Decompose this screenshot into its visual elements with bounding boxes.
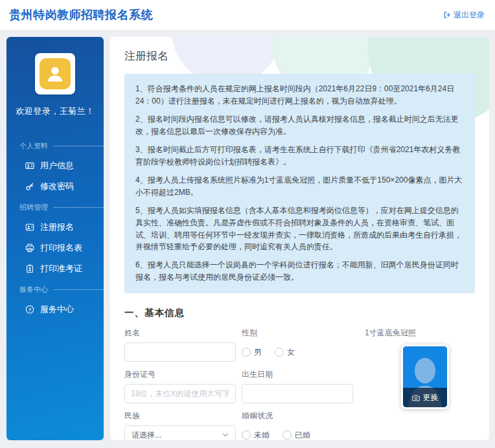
id-photo: 更换 [401, 344, 449, 409]
sidebar-nav: 个人资料 用户信息 修改密码 招聘管理 注册报名 [6, 135, 104, 320]
printer-icon [25, 243, 34, 252]
id-number-input[interactable] [124, 384, 236, 403]
notice-paragraph: 4、报考人员上传报名系统照片标准为1寸蓝底免冠照，图片质量不低于150×200像… [135, 174, 464, 199]
nav-section-recruit: 招聘管理 [6, 197, 104, 217]
svg-text:?: ? [29, 307, 32, 313]
welcome-text: 欢迎登录，王菊兰！ [6, 106, 104, 117]
sidebar-item-label: 修改密码 [40, 181, 74, 192]
sidebar-item-label: 用户信息 [40, 160, 74, 172]
ethnicity-field-group: 民族 请选择... [124, 410, 236, 440]
sidebar-item-label: 服务中心 [40, 304, 74, 315]
gender-female-label: 女 [287, 347, 295, 358]
ethnicity-select[interactable]: 请选择... [124, 425, 236, 440]
radio-circle-icon [242, 431, 251, 440]
nav-section-service: 服务中心 [6, 279, 104, 299]
id-number-field-group: 身份证号 [124, 369, 236, 403]
ethnicity-selected-value: 请选择... [132, 430, 161, 440]
gender-male-label: 男 [254, 347, 262, 358]
marital-married-label: 已婚 [295, 430, 310, 440]
birth-date-input[interactable] [242, 384, 353, 403]
sidebar-item-print-ticket[interactable]: 打印准考证 [6, 258, 104, 279]
id-badge-icon [25, 264, 34, 273]
name-label: 姓名 [124, 328, 236, 339]
name-field-group: 姓名 [124, 328, 236, 362]
contact-card-icon [25, 223, 34, 232]
sidebar-item-register[interactable]: 注册报名 [6, 217, 104, 238]
main-panel: 注册报名 1、符合报考条件的人员在规定的网上报名时间段内（2021年6月22日9… [110, 37, 489, 440]
sidebar-item-label: 打印准考证 [40, 263, 82, 274]
key-icon [25, 182, 34, 191]
ethnicity-label: 民族 [124, 410, 236, 421]
marital-married-radio[interactable]: 已婚 [282, 430, 310, 440]
gender-label: 性别 [242, 328, 353, 339]
top-bar: 贵州特岗教师招聘报名系统 退出登录 [0, 0, 495, 30]
chevron-down-icon [222, 432, 229, 438]
notice-paragraph: 2、报名时间段内报名信息可以修改，请报考人员认真核对报名信息，报名截止时间之后无… [135, 113, 464, 138]
radio-circle-icon [282, 431, 292, 440]
basic-info-section-title: 一、基本信息 [124, 307, 475, 319]
nav-section-personal: 个人资料 [6, 135, 104, 155]
notice-paragraph: 1、符合报考条件的人员在规定的网上报名时间段内（2021年6月22日9：00至2… [135, 83, 464, 107]
birth-date-label: 出生日期 [242, 369, 353, 380]
photo-label: 1寸蓝底免冠照 [365, 328, 462, 339]
change-photo-button[interactable]: 更换 [403, 388, 447, 407]
gender-field-group: 性别 男 女 [242, 328, 353, 362]
photo-column: 1寸蓝底免冠照 更换 [365, 328, 462, 440]
avatar [35, 53, 75, 95]
camera-icon [412, 394, 420, 401]
sidebar-item-print-form[interactable]: 打印报名表 [6, 238, 104, 258]
radio-circle-icon [275, 348, 284, 357]
sidebar-item-service-center[interactable]: ? 服务中心 [6, 299, 104, 320]
notice-paragraph: 6、报考人员只能选择一个设岗县的一个学科岗位进行报名；不能用新、旧两个居民身份证… [135, 259, 464, 284]
gender-female-radio[interactable]: 女 [275, 347, 295, 358]
sidebar-item-label: 打印报名表 [40, 242, 82, 254]
user-avatar-icon [40, 58, 71, 89]
birth-date-field-group: 出生日期 [242, 369, 353, 403]
marital-single-label: 未婚 [254, 430, 270, 440]
radio-circle-icon [242, 348, 251, 357]
logout-label: 退出登录 [454, 10, 485, 21]
name-input[interactable] [124, 342, 236, 362]
logout-button[interactable]: 退出登录 [443, 10, 485, 21]
basic-info-form: 姓名 性别 男 女 [124, 328, 475, 440]
layout: 欢迎登录，王菊兰！ 个人资料 用户信息 修改密码 招聘管理 [0, 30, 495, 440]
question-circle-icon: ? [25, 305, 34, 314]
app-title: 贵州特岗教师招聘报名系统 [9, 7, 153, 23]
page-title: 注册报名 [124, 49, 475, 63]
notice-paragraph: 3、报名时间截止后方可打印报名表，请考生在系统上自行下载打印《贵州省2021年农… [135, 144, 464, 168]
sidebar-item-user-info[interactable]: 用户信息 [6, 155, 104, 176]
notice-paragraph: 5、报考人员如实填报报名信息（含本人基本信息和报考岗位信息等），应对在网上提交信… [135, 205, 464, 254]
gender-male-radio[interactable]: 男 [242, 347, 262, 358]
sidebar: 欢迎登录，王菊兰！ 个人资料 用户信息 修改密码 招聘管理 [6, 37, 104, 440]
notice-box: 1、符合报考条件的人员在规定的网上报名时间段内（2021年6月22日9：00至2… [124, 74, 475, 293]
marital-label: 婚姻状况 [242, 410, 353, 421]
sidebar-item-label: 注册报名 [40, 221, 74, 233]
marital-field-group: 婚姻状况 未婚 已婚 [242, 410, 353, 440]
sidebar-item-change-password[interactable]: 修改密码 [6, 176, 104, 197]
marital-single-radio[interactable]: 未婚 [242, 430, 270, 440]
change-photo-label: 更换 [423, 392, 439, 403]
id-card-icon [25, 161, 34, 170]
logout-icon [443, 11, 451, 19]
id-number-label: 身份证号 [124, 369, 236, 380]
